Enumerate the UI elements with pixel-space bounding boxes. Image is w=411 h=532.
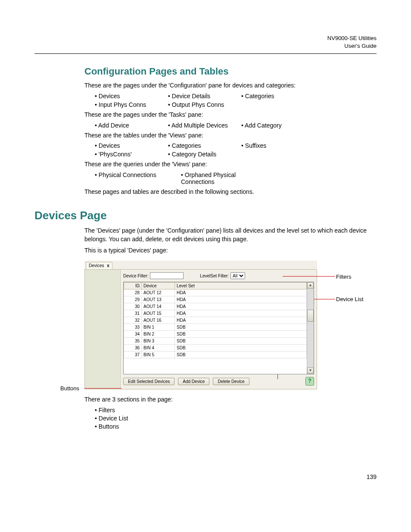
- table-row[interactable]: 33BIN 1SDB: [124, 324, 307, 331]
- cell-levelset: HDA: [175, 317, 307, 324]
- bullet-row: Input Phys Conns Output Phys Conns: [95, 101, 377, 108]
- filter-row: Device Filter: LevelSet Filter: All: [123, 272, 314, 279]
- help-icon[interactable]: ?: [305, 377, 314, 386]
- body-text: There are 3 sections in the page:: [84, 395, 377, 404]
- tab-label: Devices: [89, 263, 104, 268]
- cell-levelset: HDA: [175, 289, 307, 296]
- levelset-filter-label: LevelSet Filter:: [200, 274, 229, 278]
- cell-id: 35: [124, 338, 142, 345]
- vertical-scrollbar[interactable]: ▲ ▼: [307, 282, 314, 374]
- delete-device-button[interactable]: Delete Device: [213, 378, 249, 385]
- cell-device: BIN 5: [142, 352, 175, 358]
- bullet-item: Devices: [95, 93, 168, 100]
- side-gutter: [85, 270, 121, 389]
- tab-bar: Devices x: [84, 261, 317, 270]
- cell-device: AOUT 14: [142, 303, 175, 310]
- bullet-item: Device Details: [168, 93, 241, 100]
- callout-filters: Filters: [336, 274, 351, 280]
- body-text: The 'Devices' page (under the 'Configura…: [84, 227, 377, 243]
- table-row[interactable]: 31AOUT 15HDA: [124, 310, 307, 317]
- bullet-item: Orphaned Physical Connections: [181, 171, 267, 185]
- bullet-item: Add Multiple Devices: [168, 122, 241, 129]
- cell-levelset: HDA: [175, 310, 307, 317]
- scroll-up-icon[interactable]: ▲: [307, 282, 314, 289]
- bullet-item: Buttons: [95, 423, 377, 430]
- bullet-item: Filters: [95, 407, 377, 414]
- cell-id: 36: [124, 345, 142, 352]
- body-text: This is a typical 'Devices' page:: [84, 246, 377, 255]
- table-row[interactable]: 28AOUT 12HDA: [124, 289, 307, 296]
- cell-id: 30: [124, 303, 142, 310]
- bullet-row: Devices Categories Suffixes: [95, 142, 377, 149]
- cell-id: 31: [124, 310, 142, 317]
- levelset-filter-select[interactable]: All: [230, 272, 245, 279]
- cell-device: BIN 1: [142, 324, 175, 331]
- bullet-item: Device List: [95, 415, 377, 422]
- edit-selected-button[interactable]: Edit Selected Devices: [123, 378, 174, 385]
- header-rule: [34, 53, 377, 54]
- bullet-row: Physical Connections Orphaned Physical C…: [95, 171, 377, 185]
- table-row[interactable]: 30AOUT 14HDA: [124, 303, 307, 310]
- body-text: These are the pages under the 'Configura…: [84, 81, 377, 90]
- cell-device: AOUT 12: [142, 289, 175, 296]
- bullet-item: Suffixes: [241, 142, 314, 149]
- screenshot: Buttons Filters Device List Devices x De…: [34, 261, 377, 389]
- bullet-item: Categories: [168, 142, 241, 149]
- sort-asc-icon: △: [137, 284, 140, 288]
- cell-id: 37: [124, 352, 142, 358]
- table-row[interactable]: 36BIN 4SDB: [124, 345, 307, 352]
- scroll-thumb[interactable]: [307, 310, 314, 322]
- bullet-item: Categories: [241, 93, 314, 100]
- bullet-item: Add Device: [95, 122, 168, 129]
- cell-levelset: SDB: [175, 352, 307, 358]
- column-header-levelset[interactable]: Level Set: [175, 283, 307, 289]
- page-header: NV9000-SE Utilities User's Guide: [34, 34, 377, 50]
- callout-line: [84, 388, 121, 389]
- device-grid: ID △ Device Level Set 28AOUT 12HDA29AOUT…: [123, 282, 314, 374]
- section-heading: Configuration Pages and Tables: [84, 66, 377, 77]
- cell-levelset: SDB: [175, 331, 307, 338]
- cell-device: AOUT 16: [142, 317, 175, 324]
- cell-device: BIN 4: [142, 345, 175, 352]
- cell-id: 33: [124, 324, 142, 331]
- cell-levelset: HDA: [175, 296, 307, 303]
- cell-id: 34: [124, 331, 142, 338]
- add-device-button[interactable]: Add Device: [178, 378, 209, 385]
- cell-levelset: SDB: [175, 345, 307, 352]
- body-text: These are the tables under the 'Views' p…: [84, 131, 377, 140]
- cell-device: BIN 3: [142, 338, 175, 345]
- tab-devices[interactable]: Devices x: [86, 262, 112, 269]
- bullet-item: Devices: [95, 142, 168, 149]
- callout-device-list: Device List: [336, 296, 364, 302]
- device-filter-label: Device Filter:: [123, 274, 148, 278]
- bullet-item: Physical Connections: [95, 171, 181, 185]
- column-header-id[interactable]: ID △: [124, 283, 142, 289]
- bullet-row: Devices Device Details Categories: [95, 93, 377, 100]
- scroll-down-icon[interactable]: ▼: [307, 367, 314, 374]
- bullet-row: 'PhysConns' Category Details: [95, 151, 377, 158]
- cell-id: 29: [124, 296, 142, 303]
- table-row[interactable]: 37BIN 5SDB: [124, 352, 307, 358]
- table-row[interactable]: 34BIN 2SDB: [124, 331, 307, 338]
- cell-id: 32: [124, 317, 142, 324]
- bullet-item: 'PhysConns': [95, 151, 168, 158]
- column-header-device[interactable]: Device: [142, 283, 175, 289]
- callout-line: [283, 276, 335, 277]
- body-text: These pages and tables are described in …: [84, 188, 377, 196]
- bullet-item: Category Details: [168, 151, 241, 158]
- page-number: 139: [367, 473, 377, 480]
- bullet-item: Add Category: [241, 122, 314, 129]
- table-row[interactable]: 29AOUT 13HDA: [124, 296, 307, 303]
- cell-device: AOUT 15: [142, 310, 175, 317]
- button-row: Edit Selected Devices Add Device Delete …: [123, 377, 314, 386]
- product-name: NV9000-SE Utilities: [34, 34, 377, 42]
- cell-device: BIN 2: [142, 331, 175, 338]
- close-icon[interactable]: x: [107, 263, 109, 268]
- page-heading: Devices Page: [34, 209, 377, 222]
- section-bullets: Filters Device List Buttons: [95, 407, 377, 430]
- table-row[interactable]: 35BIN 3SDB: [124, 338, 307, 345]
- table-row[interactable]: 32AOUT 16HDA: [124, 317, 307, 324]
- cell-id: 28: [124, 289, 142, 296]
- device-filter-input[interactable]: [150, 272, 184, 279]
- callout-buttons: Buttons: [60, 385, 79, 392]
